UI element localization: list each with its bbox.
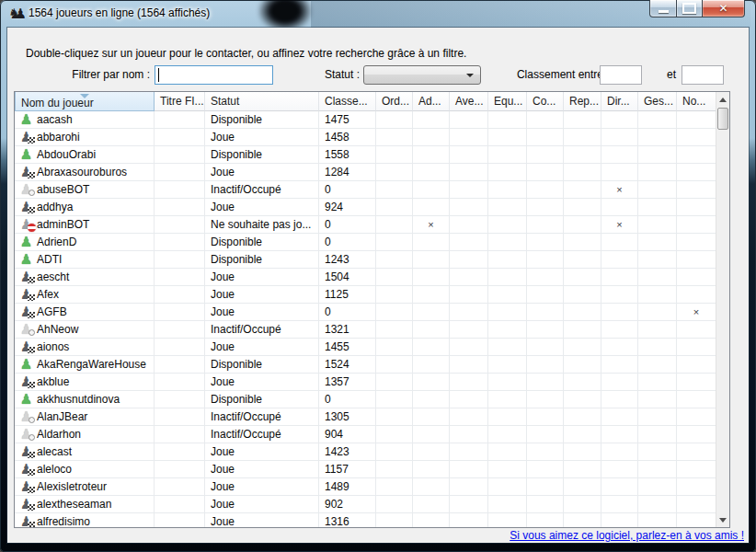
cell-equ bbox=[488, 234, 527, 251]
vertical-scrollbar[interactable] bbox=[716, 92, 729, 527]
column-header-no[interactable]: No... bbox=[677, 92, 716, 111]
column-header-label: Titre FI... bbox=[160, 95, 204, 108]
column-header-equ[interactable]: Equ... bbox=[488, 92, 527, 111]
cell-name: Afex bbox=[15, 286, 155, 304]
cell-ave bbox=[450, 146, 488, 164]
table-row[interactable]: aacashDisponible1475 bbox=[15, 111, 716, 129]
scroll-down-button[interactable] bbox=[716, 512, 730, 527]
cell-titre bbox=[155, 461, 205, 478]
cell-co bbox=[527, 216, 564, 234]
cell-co bbox=[527, 321, 564, 339]
table-row[interactable]: alelocoJoue1157 bbox=[15, 461, 716, 478]
close-button[interactable] bbox=[702, 0, 745, 17]
cell-name: aionos bbox=[15, 339, 155, 356]
classement-min-input[interactable] bbox=[600, 65, 642, 85]
pawn-available-icon bbox=[18, 111, 34, 127]
cell-ord bbox=[376, 111, 413, 129]
column-header-statut[interactable]: Statut bbox=[205, 92, 319, 111]
table-row[interactable]: ADTIDisponible1243 bbox=[15, 251, 716, 269]
table-row[interactable]: AbdouOrabiDisponible1558 bbox=[15, 146, 716, 164]
cell-equ bbox=[488, 216, 527, 234]
column-header-name[interactable]: Nom du joueur bbox=[15, 92, 155, 111]
cell-ad bbox=[413, 199, 450, 216]
table-row[interactable]: alecastJoue1423 bbox=[15, 443, 716, 461]
cell-name: akblue bbox=[15, 374, 155, 391]
cell-ad bbox=[413, 146, 450, 164]
table-row[interactable]: akkhusnutdinovaDisponible0 bbox=[15, 391, 716, 408]
table-row[interactable]: AbraxasouroburosJoue1284 bbox=[15, 164, 716, 181]
filter-name-input[interactable] bbox=[155, 65, 273, 85]
statut-dropdown[interactable] bbox=[363, 65, 481, 85]
minimize-button[interactable] bbox=[649, 0, 677, 17]
column-header-rep[interactable]: Rep... bbox=[564, 92, 601, 111]
cell-ord bbox=[376, 304, 413, 321]
pawn-available-icon bbox=[18, 146, 34, 162]
column-header-ord[interactable]: Ord... bbox=[376, 92, 413, 111]
cell-equ bbox=[488, 181, 527, 199]
cell-titre bbox=[155, 391, 205, 408]
arrow-down-icon bbox=[719, 518, 727, 523]
cell-ord bbox=[376, 129, 413, 146]
cell-co bbox=[527, 129, 564, 146]
cell-dir bbox=[601, 269, 638, 286]
cell-classement: 1305 bbox=[319, 408, 376, 426]
cell-dir bbox=[601, 391, 638, 408]
cell-name: ADTI bbox=[15, 251, 155, 269]
scrollbar-thumb[interactable] bbox=[717, 108, 728, 130]
table-row[interactable]: AfexJoue1125 bbox=[15, 286, 716, 304]
scroll-up-button[interactable] bbox=[716, 92, 730, 107]
table-row[interactable]: AhNeowInactif/Occupé1321 bbox=[15, 321, 716, 339]
cell-rep bbox=[564, 304, 601, 321]
table-row[interactable]: AdrienDDisponible0 bbox=[15, 234, 716, 251]
table-row[interactable]: AkaRengaWareHouseDisponible1524 bbox=[15, 356, 716, 374]
cell-ges bbox=[638, 164, 677, 181]
cell-statut: Joue bbox=[205, 199, 319, 216]
table-row[interactable]: alfredisimoJoue1316 bbox=[15, 513, 716, 527]
cell-ges bbox=[638, 478, 677, 496]
column-header-ave[interactable]: Ave... bbox=[450, 92, 488, 111]
pawn-inactive-icon bbox=[18, 321, 34, 337]
table-row[interactable]: aeschtJoue1504 bbox=[15, 269, 716, 286]
table-row[interactable]: AGFBJoue0× bbox=[15, 304, 716, 321]
column-header-co[interactable]: Co... bbox=[527, 92, 564, 111]
cell-ad bbox=[413, 478, 450, 496]
cell-ord bbox=[376, 426, 413, 443]
table-row[interactable]: alextheseamanJoue902 bbox=[15, 496, 716, 513]
cell-ave bbox=[450, 111, 488, 129]
table-row[interactable]: AlexisletroteurJoue1489 bbox=[15, 478, 716, 496]
cell-titre bbox=[155, 111, 205, 129]
table-row[interactable]: AldarhonInactif/Occupé904 bbox=[15, 426, 716, 443]
column-header-dir[interactable]: Dir... bbox=[601, 92, 638, 111]
column-header-label: Nom du joueur bbox=[21, 97, 94, 109]
cell-ave bbox=[450, 216, 488, 234]
table-row[interactable]: abuseBOTInactif/Occupé0× bbox=[15, 181, 716, 199]
pawn-playing-icon bbox=[18, 513, 34, 527]
table-row[interactable]: aionosJoue1455 bbox=[15, 339, 716, 356]
cell-ges bbox=[638, 461, 677, 478]
cell-titre bbox=[155, 478, 205, 496]
column-header-ad[interactable]: Ad... bbox=[413, 92, 450, 111]
scrollbar-track[interactable] bbox=[716, 107, 730, 512]
table-row[interactable]: abbarohiJoue1458 bbox=[15, 129, 716, 146]
maximize-button[interactable] bbox=[676, 0, 703, 17]
title-bar[interactable]: 1564 joueurs en ligne (1564 affichés) bbox=[0, 0, 756, 28]
column-header-titre[interactable]: Titre FI... bbox=[155, 92, 205, 111]
cell-equ bbox=[488, 111, 527, 129]
cell-titre bbox=[155, 443, 205, 461]
classement-max-input[interactable] bbox=[682, 65, 724, 85]
column-header-ges[interactable]: Ges... bbox=[638, 92, 677, 111]
table-row[interactable]: adminBOTNe souhaite pas jo...0×× bbox=[15, 216, 716, 234]
cell-dir bbox=[601, 443, 638, 461]
table-row[interactable]: akblueJoue1357 bbox=[15, 374, 716, 391]
share-link[interactable]: Si vous aimez ce logiciel, parlez-en à v… bbox=[510, 529, 744, 542]
table-row[interactable]: addhyaJoue924 bbox=[15, 199, 716, 216]
cell-ord bbox=[376, 146, 413, 164]
cell-ave bbox=[450, 234, 488, 251]
player-name: AdrienD bbox=[37, 236, 76, 248]
cell-ad bbox=[413, 374, 450, 391]
table-row[interactable]: AlanJBearInactif/Occupé1305 bbox=[15, 408, 716, 426]
column-header-classement[interactable]: Classe... bbox=[319, 92, 376, 111]
cell-statut: Joue bbox=[205, 513, 319, 527]
cell-no bbox=[677, 426, 716, 443]
cell-rep bbox=[564, 181, 601, 199]
